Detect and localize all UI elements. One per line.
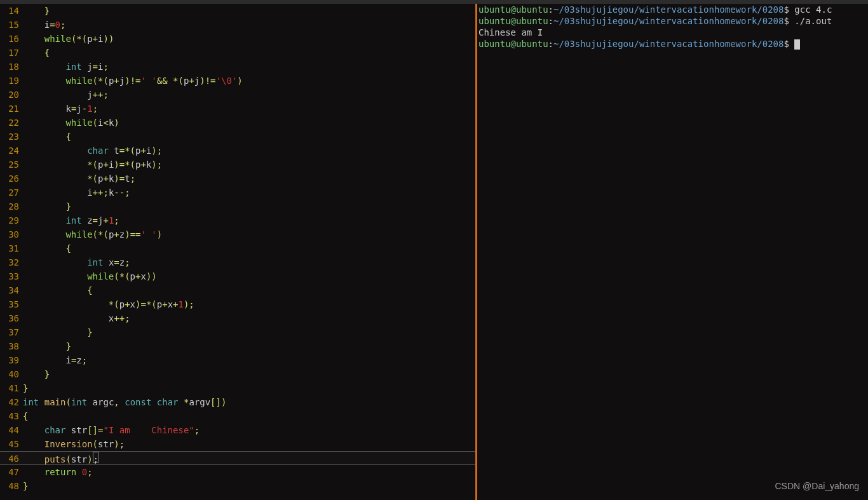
code-line[interactable]: 19 while(*(p+j)!=' '&& *(p+j)!='\0') [0, 74, 475, 88]
code-line[interactable]: 28 } [0, 199, 475, 213]
code-line[interactable]: 44 char str[]="I am Chinese"; [0, 423, 475, 437]
line-number: 36 [0, 311, 23, 325]
line-content: *(p+k)=t; [23, 172, 135, 186]
line-content: } [23, 4, 50, 18]
code-line[interactable]: 36 x++; [0, 311, 475, 325]
line-number: 45 [0, 437, 23, 451]
line-number: 28 [0, 199, 23, 213]
line-number: 23 [0, 130, 23, 144]
code-line[interactable]: 23 { [0, 130, 475, 144]
line-content: { [23, 130, 71, 144]
line-number: 25 [0, 158, 23, 172]
line-content: return 0; [23, 465, 93, 479]
line-number: 24 [0, 144, 23, 158]
line-number: 14 [0, 4, 23, 18]
line-content: while(*(p+i)) [23, 32, 114, 46]
line-content: x++; [23, 311, 130, 325]
line-number: 26 [0, 172, 23, 186]
code-line[interactable]: 27 i++;k--; [0, 186, 475, 199]
line-number: 27 [0, 186, 23, 199]
line-content: } [23, 479, 28, 493]
line-number: 41 [0, 381, 23, 395]
line-content: i=0; [23, 18, 65, 32]
line-number: 43 [0, 409, 23, 423]
editor-cursor: ; [93, 452, 98, 463]
line-content: } [23, 381, 28, 395]
terminal-line: ubuntu@ubuntu:~/03shujujiegou/wintervaca… [477, 15, 868, 27]
code-line[interactable]: 41} [0, 381, 475, 395]
line-content: int j=i; [23, 60, 109, 74]
line-number: 40 [0, 367, 23, 381]
code-line[interactable]: 26 *(p+k)=t; [0, 172, 475, 186]
code-line[interactable]: 39 i=z; [0, 353, 475, 367]
line-content: } [23, 367, 50, 381]
code-line[interactable]: 46 puts(str); [0, 451, 475, 465]
code-line[interactable]: 25 *(p+i)=*(p+k); [0, 158, 475, 172]
line-number: 30 [0, 227, 23, 241]
line-content: i=z; [23, 353, 87, 367]
code-line[interactable]: 29 int z=j+1; [0, 213, 475, 227]
window-titlebar [0, 0, 868, 4]
code-line[interactable]: 16 while(*(p+i)) [0, 32, 475, 46]
line-number: 44 [0, 423, 23, 437]
code-line[interactable]: 43{ [0, 409, 475, 423]
code-line[interactable]: 31 { [0, 241, 475, 255]
terminal-pane[interactable]: ubuntu@ubuntu:~/03shujujiegou/wintervaca… [477, 0, 868, 500]
line-number: 20 [0, 88, 23, 102]
line-number: 39 [0, 353, 23, 367]
line-content: } [23, 339, 71, 353]
code-line[interactable]: 22 while(i<k) [0, 116, 475, 130]
line-number: 19 [0, 74, 23, 88]
code-line[interactable]: 30 while(*(p+z)==' ') [0, 227, 475, 241]
code-line[interactable]: 18 int j=i; [0, 60, 475, 74]
line-number: 22 [0, 116, 23, 130]
line-content: { [23, 409, 28, 423]
terminal-line: ubuntu@ubuntu:~/03shujujiegou/wintervaca… [477, 4, 868, 15]
line-number: 33 [0, 269, 23, 283]
line-number: 47 [0, 465, 23, 479]
code-line[interactable]: 24 char t=*(p+i); [0, 144, 475, 158]
line-content: i++;k--; [23, 186, 130, 199]
code-line[interactable]: 40 } [0, 367, 475, 381]
line-content: while(*(p+z)==' ') [23, 227, 162, 241]
code-line[interactable]: 17 { [0, 46, 475, 60]
line-number: 38 [0, 339, 23, 353]
code-line[interactable]: 47 return 0; [0, 465, 475, 479]
line-content: int x=z; [23, 255, 130, 269]
code-line[interactable]: 42int main(int argc, const char *argv[]) [0, 395, 475, 409]
line-content: *(p+x)=*(p+x+1); [23, 297, 194, 311]
code-line[interactable]: 15 i=0; [0, 18, 475, 32]
line-number: 31 [0, 241, 23, 255]
code-line[interactable]: 37 } [0, 325, 475, 339]
line-number: 17 [0, 46, 23, 60]
line-content: { [23, 241, 71, 255]
line-content: j++; [23, 88, 109, 102]
code-line[interactable]: 21 k=j-1; [0, 102, 475, 116]
line-number: 18 [0, 60, 23, 74]
line-number: 46 [0, 452, 23, 464]
line-number: 48 [0, 479, 23, 493]
line-number: 32 [0, 255, 23, 269]
code-line[interactable]: 14 } [0, 4, 475, 18]
code-line[interactable]: 48} [0, 479, 475, 493]
code-line[interactable]: 20 j++; [0, 88, 475, 102]
code-editor-pane[interactable]: 14 }15 i=0;16 while(*(p+i))17 {18 int j=… [0, 0, 475, 500]
line-content: int z=j+1; [23, 213, 119, 227]
line-content: char str[]="I am Chinese"; [23, 423, 200, 437]
line-content: { [23, 283, 93, 297]
line-content: while(*(p+x)) [23, 269, 157, 283]
line-content: puts(str); [23, 452, 98, 464]
code-line[interactable]: 38 } [0, 339, 475, 353]
code-line[interactable]: 45 Inversion(str); [0, 437, 475, 451]
code-line[interactable]: 34 { [0, 283, 475, 297]
line-content: } [23, 325, 93, 339]
terminal-line: Chinese am I [477, 27, 868, 38]
line-number: 15 [0, 18, 23, 32]
code-line[interactable]: 35 *(p+x)=*(p+x+1); [0, 297, 475, 311]
line-number: 16 [0, 32, 23, 46]
code-line[interactable]: 33 while(*(p+x)) [0, 269, 475, 283]
line-content: char t=*(p+i); [23, 144, 162, 158]
code-line[interactable]: 32 int x=z; [0, 255, 475, 269]
line-content: *(p+i)=*(p+k); [23, 158, 162, 172]
terminal-line: ubuntu@ubuntu:~/03shujujiegou/wintervaca… [477, 38, 868, 50]
